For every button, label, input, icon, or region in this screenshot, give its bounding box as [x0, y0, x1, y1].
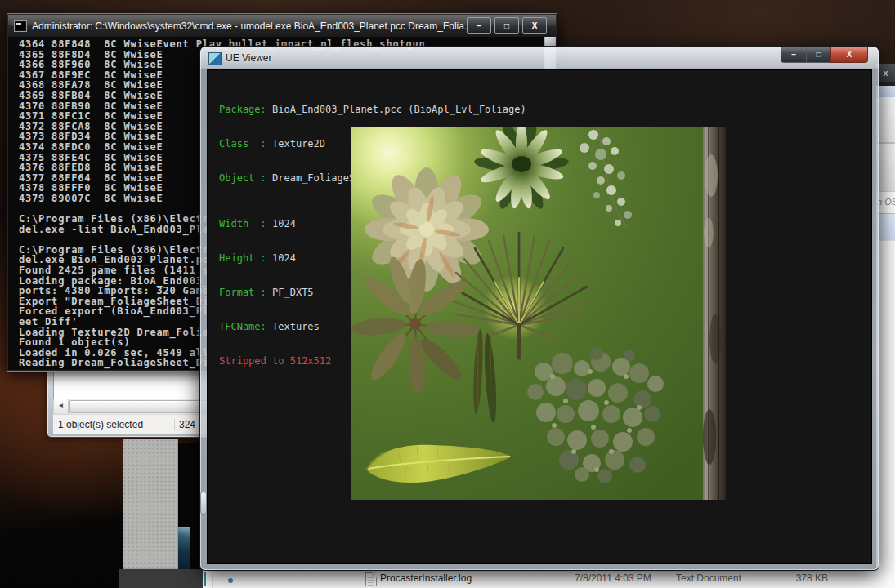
ue-minimize-button[interactable]: –	[781, 47, 807, 63]
info-value: BioA_End003_Planet.pcc (BioApl_Lvl_Folia…	[266, 104, 526, 115]
explorer-close-icon[interactable]: x	[876, 64, 895, 82]
explorer-addressbar-band	[876, 144, 895, 191]
explorer-content-band	[876, 240, 895, 570]
prop-label: Format :	[219, 287, 266, 298]
status-selected-count: 1 object(s) selected	[53, 419, 174, 430]
horizontal-scrollbar[interactable]: ◄	[53, 399, 211, 415]
ue-window-grip[interactable]	[201, 492, 206, 514]
prop-label: TFCName:	[219, 321, 266, 332]
ue-viewport: Package: BioA_End003_Planet.pcc (BioApl_…	[207, 69, 872, 564]
texture-preview	[351, 127, 726, 500]
cmd-maximize-button[interactable]: □	[494, 17, 519, 34]
ue-title-bar[interactable]: UE Viewer	[200, 47, 879, 69]
explorer-window-sliver: x h OS	[876, 64, 895, 570]
prop-value: 1024	[266, 252, 296, 264]
file-size: 378 KB	[775, 572, 828, 584]
ue-viewer-window[interactable]: UE Viewer – □ X Package: BioA_End003_Pla…	[200, 47, 879, 570]
cmd-window-title: Administrator: C:\Windows\system32\cmd.e…	[32, 20, 472, 32]
file-row[interactable]: ProcasterInstaller.log 7/8/2011 4:03 PM …	[203, 570, 895, 588]
info-label: Object :	[219, 172, 266, 184]
object-list-area[interactable]	[53, 367, 211, 399]
scroll-left-arrow-icon[interactable]: ◄	[54, 399, 69, 414]
foliage-texture-image	[351, 127, 726, 500]
prop-label: Height :	[219, 252, 266, 264]
background-panel	[123, 439, 178, 569]
file-name[interactable]: ProcasterInstaller.log	[380, 572, 472, 584]
file-type: Text Document	[676, 572, 741, 584]
ue-window-title: UE Viewer	[226, 52, 271, 64]
scrollbar-thumb[interactable]	[69, 400, 211, 413]
ue-close-button[interactable]: X	[830, 47, 868, 63]
desktop: ◄ 1 object(s) selected 324 Administrator…	[0, 0, 895, 588]
text-document-icon	[365, 572, 377, 586]
cmd-icon	[14, 20, 27, 32]
prop-value: PF_DXT5	[266, 287, 314, 298]
prop-value: 1024	[266, 218, 296, 229]
prop-value: Textures	[266, 321, 320, 332]
info-label: Package:	[219, 104, 266, 115]
cmd-minimize-button[interactable]: –	[467, 17, 491, 34]
bark-strip	[703, 127, 726, 500]
image-thumbnail	[178, 527, 190, 569]
prop-label: Width :	[219, 218, 266, 229]
info-label: Class :	[219, 138, 266, 149]
explorer-file-list-strip: ProcasterInstaller.log 7/8/2011 4:03 PM …	[203, 570, 895, 588]
explorer-menu-band	[876, 97, 895, 142]
background-strip	[119, 569, 210, 588]
explorer-toolbar-band	[876, 86, 895, 97]
explorer-commandbar-band	[876, 213, 895, 240]
cmd-close-button[interactable]: X	[522, 17, 547, 34]
info-value: Texture2D	[266, 138, 325, 149]
status-bar: 1 object(s) selected 324	[53, 414, 211, 434]
ue-maximize-button[interactable]: □	[807, 47, 830, 63]
file-date-modified: 7/8/2011 4:03 PM	[575, 572, 651, 584]
ue-viewer-app-icon	[208, 52, 222, 65]
object-list-window[interactable]: ◄ 1 object(s) selected 324	[47, 360, 211, 437]
explorer-search-input[interactable]: h OS	[876, 191, 895, 213]
